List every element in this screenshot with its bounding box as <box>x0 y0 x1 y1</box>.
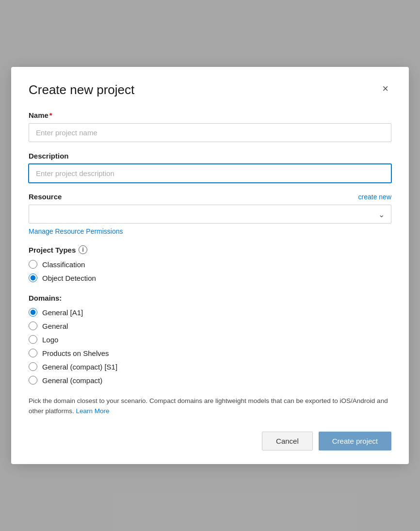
radio-general-compact-s1-label: General (compact) [S1] <box>42 363 117 371</box>
domains-radio-group: General [A1] General Logo Products on Sh… <box>29 308 391 385</box>
modal-title: Create new project <box>29 82 134 97</box>
radio-products-on-shelves[interactable] <box>29 349 37 357</box>
description-input[interactable] <box>29 164 391 183</box>
description-label: Description <box>29 152 391 160</box>
resource-field-group: Resource create new ⌄ Manage Resource Pe… <box>29 193 391 236</box>
resource-label: Resource <box>29 193 62 201</box>
name-label: Name* <box>29 111 391 119</box>
create-new-link[interactable]: create new <box>358 193 391 201</box>
modal-dialog: Create new project × Name* Description R… <box>11 67 409 464</box>
radio-general-compact[interactable] <box>29 376 37 385</box>
radio-general[interactable] <box>29 322 37 330</box>
modal-overlay: Create new project × Name* Description R… <box>0 0 420 531</box>
radio-item-classification[interactable]: Classification <box>29 260 391 269</box>
resource-select[interactable] <box>29 205 391 224</box>
manage-permissions-link[interactable]: Manage Resource Permissions <box>29 227 123 235</box>
radio-item-general-a1[interactable]: General [A1] <box>29 308 391 317</box>
radio-item-general[interactable]: General <box>29 322 391 330</box>
radio-item-general-compact[interactable]: General (compact) <box>29 376 391 385</box>
radio-general-compact-s1[interactable] <box>29 362 37 371</box>
radio-item-logo[interactable]: Logo <box>29 335 391 344</box>
resource-select-wrapper: ⌄ <box>29 205 391 224</box>
radio-general-label: General <box>42 322 68 330</box>
description-field-group: Description <box>29 152 391 183</box>
project-types-radio-group: Classification Object Detection <box>29 260 391 282</box>
radio-item-general-compact-s1[interactable]: General (compact) [S1] <box>29 362 391 371</box>
radio-classification[interactable] <box>29 260 37 269</box>
radio-object-detection-label: Object Detection <box>42 274 96 282</box>
radio-general-a1-label: General [A1] <box>42 308 83 317</box>
required-star: * <box>49 111 52 119</box>
radio-classification-label: Classification <box>42 260 85 269</box>
modal-header: Create new project × <box>29 82 391 97</box>
resource-header: Resource create new <box>29 193 391 201</box>
domains-section: Domains: General [A1] General Logo Produ… <box>29 294 391 385</box>
domain-description-text: Pick the domain closest to your scenario… <box>29 396 391 416</box>
project-types-group: Project Types i Classification Object De… <box>29 245 391 282</box>
info-icon: i <box>79 245 87 254</box>
name-field-group: Name* <box>29 111 391 142</box>
radio-object-detection[interactable] <box>29 274 37 282</box>
close-button[interactable]: × <box>379 82 391 95</box>
radio-item-object-detection[interactable]: Object Detection <box>29 274 391 282</box>
learn-more-link[interactable]: Learn More <box>76 407 110 415</box>
radio-general-a1[interactable] <box>29 308 37 317</box>
radio-logo[interactable] <box>29 335 37 344</box>
radio-products-on-shelves-label: Products on Shelves <box>42 349 109 357</box>
modal-footer: Cancel Create project <box>29 432 391 451</box>
domains-label: Domains: <box>29 294 391 302</box>
create-project-button[interactable]: Create project <box>319 432 391 451</box>
cancel-button[interactable]: Cancel <box>262 432 313 451</box>
project-types-label: Project Types i <box>29 245 391 254</box>
radio-item-products-on-shelves[interactable]: Products on Shelves <box>29 349 391 357</box>
radio-logo-label: Logo <box>42 336 58 344</box>
radio-general-compact-label: General (compact) <box>42 376 102 385</box>
project-name-input[interactable] <box>29 123 391 142</box>
